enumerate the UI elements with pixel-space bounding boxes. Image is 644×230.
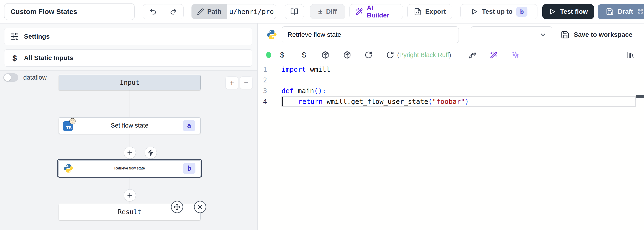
step-header: Save to workspace: [258, 24, 644, 46]
save-draft-button[interactable]: Draft ⌘S: [598, 4, 644, 19]
dollar-icon: $: [10, 54, 19, 63]
dataflow-toggle[interactable]: [3, 73, 18, 82]
input-node[interactable]: Input: [59, 75, 200, 90]
code-line[interactable]: import wmill: [282, 64, 636, 75]
assistants-names: Pyright Black Ruff: [399, 52, 449, 58]
plus-icon: [126, 192, 133, 199]
move-icon: [174, 203, 180, 210]
move-step-handle[interactable]: [171, 201, 183, 213]
export-button[interactable]: Export: [408, 4, 452, 19]
line-number: 4: [258, 96, 282, 107]
line-number: 3: [258, 85, 282, 96]
undo-redo-group: [142, 4, 184, 19]
path-value[interactable]: u/henri/pro: [227, 4, 276, 19]
python-icon: [63, 163, 74, 173]
step-label: Retrieve flow state: [114, 166, 145, 170]
path-group: Path u/henri/pro: [192, 4, 276, 19]
docs-button[interactable]: [285, 4, 304, 19]
reload-assistants-button[interactable]: [386, 51, 394, 59]
code-assistants-status: (Pyright Black Ruff): [397, 52, 451, 59]
paintbrush-icon: [468, 51, 476, 59]
export-label: Export: [425, 8, 446, 15]
add-trigger-button[interactable]: [145, 147, 157, 159]
pencil-icon: [197, 8, 204, 15]
file-export-icon: [414, 8, 422, 16]
chevron-down-icon: [539, 31, 547, 39]
test-flow-label: Test flow: [560, 8, 588, 15]
python-icon: [266, 29, 277, 40]
sparkles-icon: [512, 51, 520, 59]
code-line[interactable]: def main():: [282, 85, 636, 96]
wand-sparkles-icon: [355, 8, 363, 16]
variables-button[interactable]: $: [280, 51, 284, 59]
package-icon: [321, 51, 329, 59]
editor-code[interactable]: import wmilldef main(): return wmill.get…: [282, 64, 636, 107]
zap-icon: [147, 149, 154, 156]
zoom-in-button[interactable]: +: [226, 76, 238, 89]
redo-button[interactable]: [163, 5, 183, 19]
format-button[interactable]: [468, 51, 476, 59]
ai-sparkles-button[interactable]: [512, 51, 520, 59]
ai-gen-button[interactable]: [490, 51, 498, 59]
add-step-button[interactable]: [124, 147, 136, 159]
step-node-b-selected[interactable]: Retrieve flow state b: [57, 159, 202, 178]
line-number: 1: [258, 64, 282, 75]
resources-button[interactable]: $: [302, 51, 306, 59]
version-dropdown[interactable]: [471, 26, 552, 43]
step-label: Set flow state: [111, 122, 148, 129]
add-step-button[interactable]: [124, 189, 136, 201]
redo-icon: [170, 8, 177, 16]
package-button[interactable]: [321, 51, 329, 59]
undo-icon: [149, 8, 157, 16]
book-open-icon: [290, 8, 298, 16]
step-name-input[interactable]: [282, 26, 459, 43]
top-toolbar: Path u/henri/pro ± Diff AI Builder Expor…: [0, 0, 644, 24]
line-number: 2: [258, 75, 282, 85]
settings-card[interactable]: Settings: [4, 28, 252, 45]
editor-gutter: 1234: [258, 64, 282, 107]
library-icon: [626, 51, 634, 59]
text-cursor: [282, 97, 283, 106]
rotate-cw-icon: [386, 51, 394, 59]
step-node-a[interactable]: TS Set flow state a: [59, 117, 200, 134]
library-button[interactable]: [626, 51, 634, 59]
settings-label: Settings: [24, 33, 50, 40]
status-dot: [266, 52, 271, 58]
overview-ruler-cursor-marker: [636, 95, 644, 98]
test-up-to-step-badge: b: [516, 7, 528, 17]
undo-button[interactable]: [143, 5, 163, 19]
test-up-to-label: Test up to: [482, 8, 513, 15]
package-lock-button[interactable]: [343, 51, 351, 59]
step-editor-panel: Save to workspace $ $ (Pyright Black Ruf…: [258, 24, 644, 230]
toggle-knob: [4, 74, 11, 81]
step-node-b[interactable]: Retrieve flow state b: [58, 160, 201, 176]
all-static-inputs-card[interactable]: $ All Static Inputs: [4, 49, 252, 67]
test-up-to-button[interactable]: Test up to b: [460, 4, 538, 19]
dollar-icon: $: [280, 51, 284, 59]
delete-step-button[interactable]: [194, 201, 206, 213]
play-icon: [548, 8, 556, 16]
dataflow-toggle-row: dataflow: [3, 73, 47, 82]
step-id-badge: b: [183, 163, 196, 174]
plus-minus-icon: ±: [318, 8, 322, 16]
flow-name-input[interactable]: [4, 3, 135, 20]
package-icon: [343, 51, 351, 59]
code-line[interactable]: [282, 75, 636, 85]
diff-button[interactable]: ± Diff: [310, 4, 345, 19]
close-icon: [196, 203, 204, 210]
reload-button[interactable]: [364, 51, 372, 59]
ai-builder-button[interactable]: AI Builder: [350, 4, 403, 19]
editor-toolbar: $ $ (Pyright Black Ruff): [258, 46, 644, 64]
test-flow-button[interactable]: Test flow: [542, 4, 594, 19]
save-to-workspace-button[interactable]: Save to workspace: [561, 26, 632, 43]
edit-path-button[interactable]: Path: [192, 4, 227, 19]
bun-logo: [69, 118, 76, 124]
code-editor[interactable]: 1234 import wmilldef main(): return wmil…: [258, 64, 644, 230]
code-line[interactable]: return wmill.get_flow_user_state("foobar…: [282, 96, 636, 107]
plus-icon: [126, 149, 133, 156]
save-icon: [606, 8, 614, 16]
zoom-out-button[interactable]: −: [240, 76, 253, 89]
wand-sparkles-icon: [490, 51, 498, 59]
flow-graph-canvas[interactable]: dataflow + − Input TS Set flow state a: [0, 71, 256, 230]
bun-typescript-icon: TS: [63, 120, 74, 131]
